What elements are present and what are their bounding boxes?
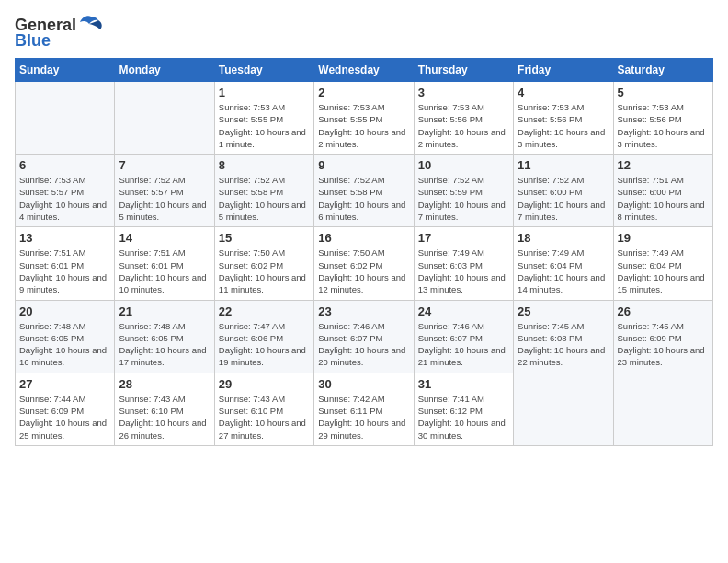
day-info: Sunrise: 7:46 AM Sunset: 6:07 PM Dayligh… [318, 320, 409, 369]
day-number: 3 [418, 86, 509, 99]
calendar-cell: 15Sunrise: 7:50 AM Sunset: 6:02 PM Dayli… [214, 227, 313, 300]
day-number: 16 [318, 231, 409, 245]
calendar-cell: 9Sunrise: 7:52 AM Sunset: 5:58 PM Daylig… [314, 155, 414, 227]
day-info: Sunrise: 7:48 AM Sunset: 6:05 PM Dayligh… [19, 320, 110, 369]
calendar-cell: 22Sunrise: 7:47 AM Sunset: 6:06 PM Dayli… [214, 300, 313, 373]
day-number: 2 [318, 86, 409, 99]
calendar-week-5: 27Sunrise: 7:44 AM Sunset: 6:09 PM Dayli… [16, 373, 713, 445]
weekday-header-wednesday: Wednesday [314, 59, 414, 82]
weekday-header-tuesday: Tuesday [214, 59, 313, 82]
calendar-week-1: 1Sunrise: 7:53 AM Sunset: 5:55 PM Daylig… [16, 82, 713, 155]
day-number: 7 [119, 158, 210, 172]
day-number: 9 [318, 158, 409, 172]
day-info: Sunrise: 7:53 AM Sunset: 5:57 PM Dayligh… [19, 174, 110, 223]
calendar-cell: 17Sunrise: 7:49 AM Sunset: 6:03 PM Dayli… [414, 227, 513, 300]
day-number: 8 [219, 158, 310, 172]
calendar-cell [115, 82, 214, 155]
day-info: Sunrise: 7:49 AM Sunset: 6:03 PM Dayligh… [418, 247, 509, 295]
day-info: Sunrise: 7:53 AM Sunset: 5:55 PM Dayligh… [318, 101, 409, 150]
day-info: Sunrise: 7:51 AM Sunset: 6:00 PM Dayligh… [618, 174, 709, 223]
calendar-cell: 19Sunrise: 7:49 AM Sunset: 6:04 PM Dayli… [613, 227, 712, 300]
day-info: Sunrise: 7:53 AM Sunset: 5:56 PM Dayligh… [418, 101, 509, 150]
day-info: Sunrise: 7:52 AM Sunset: 5:59 PM Dayligh… [418, 174, 509, 223]
day-info: Sunrise: 7:47 AM Sunset: 6:06 PM Dayligh… [219, 320, 310, 369]
calendar-cell: 30Sunrise: 7:42 AM Sunset: 6:11 PM Dayli… [314, 373, 414, 445]
calendar-week-2: 6Sunrise: 7:53 AM Sunset: 5:57 PM Daylig… [16, 155, 713, 227]
calendar-cell: 1Sunrise: 7:53 AM Sunset: 5:55 PM Daylig… [214, 82, 313, 155]
calendar-cell: 12Sunrise: 7:51 AM Sunset: 6:00 PM Dayli… [613, 155, 712, 227]
day-number: 23 [318, 304, 409, 318]
day-number: 4 [518, 86, 609, 99]
day-info: Sunrise: 7:53 AM Sunset: 5:56 PM Dayligh… [518, 101, 609, 150]
day-info: Sunrise: 7:44 AM Sunset: 6:09 PM Dayligh… [19, 393, 110, 442]
day-info: Sunrise: 7:53 AM Sunset: 5:55 PM Dayligh… [219, 101, 310, 150]
calendar-cell [613, 373, 712, 445]
weekday-header-thursday: Thursday [414, 59, 513, 82]
calendar-cell: 10Sunrise: 7:52 AM Sunset: 5:59 PM Dayli… [414, 155, 513, 227]
calendar-cell: 18Sunrise: 7:49 AM Sunset: 6:04 PM Dayli… [514, 227, 613, 300]
calendar-cell: 23Sunrise: 7:46 AM Sunset: 6:07 PM Dayli… [314, 300, 414, 373]
weekday-header-monday: Monday [115, 59, 214, 82]
calendar-body: 1Sunrise: 7:53 AM Sunset: 5:55 PM Daylig… [16, 82, 713, 446]
calendar-cell: 5Sunrise: 7:53 AM Sunset: 5:56 PM Daylig… [613, 82, 712, 155]
day-info: Sunrise: 7:51 AM Sunset: 6:01 PM Dayligh… [119, 247, 210, 295]
calendar-cell: 25Sunrise: 7:45 AM Sunset: 6:08 PM Dayli… [514, 300, 613, 373]
day-info: Sunrise: 7:50 AM Sunset: 6:02 PM Dayligh… [318, 247, 409, 295]
day-info: Sunrise: 7:51 AM Sunset: 6:01 PM Dayligh… [19, 247, 110, 295]
calendar-week-3: 13Sunrise: 7:51 AM Sunset: 6:01 PM Dayli… [16, 227, 713, 300]
day-number: 17 [418, 231, 509, 245]
calendar-cell: 27Sunrise: 7:44 AM Sunset: 6:09 PM Dayli… [16, 373, 115, 445]
day-number: 18 [518, 231, 609, 245]
calendar-cell: 6Sunrise: 7:53 AM Sunset: 5:57 PM Daylig… [16, 155, 115, 227]
calendar-cell: 21Sunrise: 7:48 AM Sunset: 6:05 PM Dayli… [115, 300, 214, 373]
weekday-header-sunday: Sunday [16, 59, 115, 82]
day-number: 26 [618, 304, 709, 318]
calendar-cell: 28Sunrise: 7:43 AM Sunset: 6:10 PM Dayli… [115, 373, 214, 445]
weekday-header-friday: Friday [514, 59, 613, 82]
day-info: Sunrise: 7:43 AM Sunset: 6:10 PM Dayligh… [219, 393, 310, 442]
day-info: Sunrise: 7:50 AM Sunset: 6:02 PM Dayligh… [219, 247, 310, 295]
day-info: Sunrise: 7:52 AM Sunset: 5:58 PM Dayligh… [318, 174, 409, 223]
day-number: 21 [119, 304, 210, 318]
calendar-cell: 13Sunrise: 7:51 AM Sunset: 6:01 PM Dayli… [16, 227, 115, 300]
day-info: Sunrise: 7:49 AM Sunset: 6:04 PM Dayligh… [618, 247, 709, 295]
day-info: Sunrise: 7:53 AM Sunset: 5:56 PM Dayligh… [618, 101, 709, 150]
calendar-cell: 2Sunrise: 7:53 AM Sunset: 5:55 PM Daylig… [314, 82, 414, 155]
calendar-cell: 24Sunrise: 7:46 AM Sunset: 6:07 PM Dayli… [414, 300, 513, 373]
day-number: 11 [518, 158, 609, 172]
calendar-cell: 29Sunrise: 7:43 AM Sunset: 6:10 PM Dayli… [214, 373, 313, 445]
calendar-table: SundayMondayTuesdayWednesdayThursdayFrid… [15, 58, 713, 446]
day-number: 14 [119, 231, 210, 245]
day-info: Sunrise: 7:41 AM Sunset: 6:12 PM Dayligh… [418, 393, 509, 442]
logo: General Blue [15, 15, 104, 51]
day-number: 10 [418, 158, 509, 172]
calendar-header: SundayMondayTuesdayWednesdayThursdayFrid… [16, 59, 713, 82]
calendar-cell: 26Sunrise: 7:45 AM Sunset: 6:09 PM Dayli… [613, 300, 712, 373]
day-number: 20 [19, 304, 110, 318]
day-number: 24 [418, 304, 509, 318]
day-info: Sunrise: 7:48 AM Sunset: 6:05 PM Dayligh… [119, 320, 210, 369]
day-info: Sunrise: 7:49 AM Sunset: 6:04 PM Dayligh… [518, 247, 609, 295]
calendar-cell: 7Sunrise: 7:52 AM Sunset: 5:57 PM Daylig… [115, 155, 214, 227]
day-number: 31 [418, 377, 509, 391]
page-header: General Blue [15, 15, 713, 51]
day-number: 30 [318, 377, 409, 391]
calendar-cell: 3Sunrise: 7:53 AM Sunset: 5:56 PM Daylig… [414, 82, 513, 155]
day-number: 12 [618, 158, 709, 172]
logo-blue-text: Blue [15, 31, 51, 51]
day-info: Sunrise: 7:45 AM Sunset: 6:09 PM Dayligh… [618, 320, 709, 369]
calendar-cell: 4Sunrise: 7:53 AM Sunset: 5:56 PM Daylig… [514, 82, 613, 155]
calendar-cell [514, 373, 613, 445]
day-number: 29 [219, 377, 310, 391]
day-info: Sunrise: 7:46 AM Sunset: 6:07 PM Dayligh… [418, 320, 509, 369]
day-info: Sunrise: 7:52 AM Sunset: 5:57 PM Dayligh… [119, 174, 210, 223]
day-number: 1 [219, 86, 310, 99]
weekday-header-saturday: Saturday [613, 59, 712, 82]
calendar-cell: 11Sunrise: 7:52 AM Sunset: 6:00 PM Dayli… [514, 155, 613, 227]
day-info: Sunrise: 7:52 AM Sunset: 6:00 PM Dayligh… [518, 174, 609, 223]
calendar-cell: 31Sunrise: 7:41 AM Sunset: 6:12 PM Dayli… [414, 373, 513, 445]
day-number: 27 [19, 377, 110, 391]
day-info: Sunrise: 7:45 AM Sunset: 6:08 PM Dayligh… [518, 320, 609, 369]
day-number: 22 [219, 304, 310, 318]
calendar-cell: 8Sunrise: 7:52 AM Sunset: 5:58 PM Daylig… [214, 155, 313, 227]
